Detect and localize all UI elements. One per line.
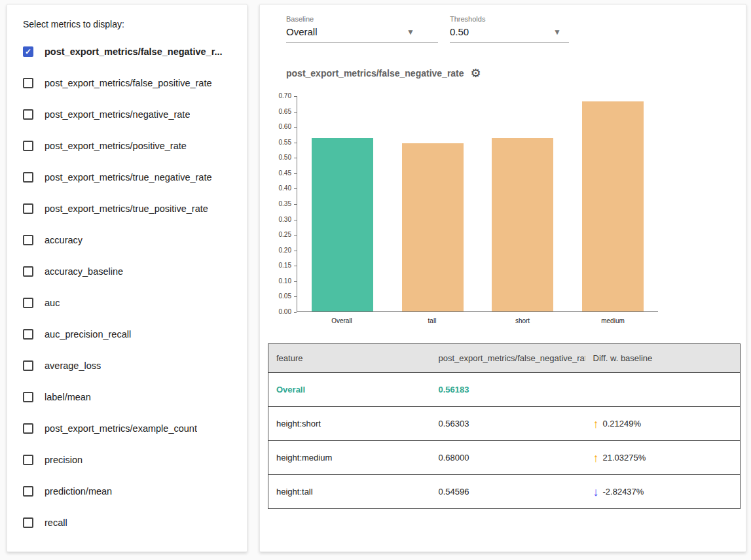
checkbox-unchecked-icon[interactable] (23, 392, 33, 402)
y-tick-label: 0.20 (268, 247, 291, 254)
metric-checkbox-item[interactable]: precision (23, 444, 238, 476)
down-arrow-icon: ↓ (593, 486, 599, 498)
chart-panel: Baseline Overall ▼ Thresholds 0.50 ▼ pos… (259, 4, 746, 552)
metrics-list: ✓post_export_metrics/false_negative_r...… (23, 36, 238, 538)
metric-checkbox-item[interactable]: post_export_metrics/true_negative_rate (23, 162, 238, 193)
metric-checkbox-item[interactable]: auc_precision_recall (23, 319, 238, 350)
y-tick-mark (294, 112, 297, 113)
value-cell: 0.56303 (431, 407, 585, 441)
baseline-select-value-row[interactable]: Overall ▼ (286, 26, 438, 43)
settings-gear-icon[interactable]: ⚙ (471, 67, 481, 79)
table-row: height:medium0.68000↑21.03275% (268, 441, 741, 475)
y-tick-mark (294, 281, 297, 282)
y-tick-mark (294, 173, 297, 174)
thresholds-select-value: 0.50 (450, 26, 469, 37)
checkbox-unchecked-icon[interactable] (23, 423, 33, 434)
checkbox-unchecked-icon[interactable] (23, 517, 33, 528)
metric-label: auc_precision_recall (45, 329, 131, 340)
metric-checkbox-item[interactable]: accuracy_baseline (23, 256, 238, 287)
y-tick-label: 0.55 (268, 139, 291, 146)
checkbox-unchecked-icon[interactable] (23, 266, 33, 277)
checkbox-unchecked-icon[interactable] (23, 203, 33, 214)
metric-selector-panel: Select metrics to display: ✓post_export_… (7, 4, 247, 552)
y-tick-mark (294, 158, 297, 158)
metric-label: accuracy (45, 235, 82, 245)
checkbox-unchecked-icon[interactable] (23, 109, 33, 120)
metric-checkbox-item[interactable]: label/mean (23, 381, 238, 413)
feature-cell: height:medium (268, 441, 431, 475)
thresholds-select-value-row[interactable]: 0.50 ▼ (450, 26, 569, 43)
metric-checkbox-item[interactable]: post_export_metrics/false_positive_rate (23, 67, 238, 99)
value-cell: 0.68000 (431, 441, 585, 475)
table-row: height:tall0.54596↓-2.82437% (268, 475, 741, 509)
y-tick-mark (294, 312, 297, 313)
y-tick-label: 0.60 (268, 123, 291, 130)
metrics-panel-title: Select metrics to display: (23, 19, 238, 29)
checkbox-unchecked-icon[interactable] (23, 486, 33, 497)
header-feature: feature (268, 344, 431, 373)
y-tick-label: 0.15 (268, 262, 291, 269)
chart-bar-medium[interactable] (582, 101, 644, 311)
diff-cell (585, 373, 741, 407)
metric-checkbox-item[interactable]: post_export_metrics/example_count (23, 413, 238, 444)
bar-slot (388, 143, 478, 311)
y-tick-mark (294, 96, 297, 97)
thresholds-select[interactable]: Thresholds 0.50 ▼ (450, 15, 569, 43)
y-tick-label: 0.50 (268, 154, 291, 161)
table-body: Overall0.56183height:short0.56303↑0.2124… (268, 373, 741, 509)
checkbox-unchecked-icon[interactable] (23, 455, 33, 465)
x-tick-label: tall (387, 317, 477, 324)
metric-checkbox-item[interactable]: post_export_metrics/negative_rate (23, 99, 238, 130)
y-tick-mark (294, 296, 297, 297)
y-tick-label: 0.70 (268, 92, 291, 99)
checkbox-checked-icon[interactable]: ✓ (23, 46, 33, 57)
metric-checkbox-item[interactable]: prediction/mean (23, 476, 238, 507)
chart-bar-Overall[interactable] (312, 138, 373, 311)
checkbox-unchecked-icon[interactable] (23, 298, 33, 308)
chart-title-row: post_export_metrics/false_negative_rate … (286, 67, 738, 79)
metric-checkbox-item[interactable]: auc (23, 287, 238, 319)
x-tick-label: Overall (297, 317, 387, 324)
thresholds-select-label: Thresholds (450, 15, 569, 23)
y-tick-mark (294, 266, 297, 266)
bar-slot (568, 101, 658, 311)
chart-bar-tall[interactable] (402, 143, 464, 311)
diff-cell: ↑0.21249% (585, 407, 741, 441)
checkbox-unchecked-icon[interactable] (23, 329, 33, 340)
metric-label: post_export_metrics/false_positive_rate (45, 78, 212, 88)
header-diff-baseline: Diff. w. baseline (585, 344, 741, 373)
checkbox-unchecked-icon[interactable] (23, 78, 33, 88)
metric-checkbox-item[interactable]: ✓post_export_metrics/false_negative_r... (23, 36, 238, 67)
metric-checkbox-item[interactable]: post_export_metrics/true_positive_rate (23, 193, 238, 224)
diff-cell: ↑21.03275% (585, 441, 741, 475)
header-metric-value: post_export_metrics/false_negative_rat..… (431, 344, 585, 373)
checkbox-unchecked-icon[interactable] (23, 141, 33, 151)
value-cell: 0.54596 (431, 475, 585, 509)
checkbox-unchecked-icon[interactable] (23, 360, 33, 371)
metric-checkbox-item[interactable]: average_loss (23, 350, 238, 381)
metric-label: post_export_metrics/example_count (45, 423, 197, 434)
chart-bar-short[interactable] (492, 138, 553, 311)
feature-cell: Overall (268, 373, 431, 407)
metric-checkbox-item[interactable]: post_export_metrics/positive_rate (23, 130, 238, 162)
bars (297, 96, 658, 311)
diff-value: -2.82437% (603, 487, 644, 497)
metric-label: auc (45, 298, 60, 308)
y-tick-label: 0.35 (268, 200, 291, 207)
metric-label: post_export_metrics/false_negative_r... (45, 46, 223, 57)
metric-label: post_export_metrics/negative_rate (45, 109, 190, 120)
metric-checkbox-item[interactable]: recall (23, 507, 238, 538)
checkbox-unchecked-icon[interactable] (23, 235, 33, 245)
y-tick-label: 0.45 (268, 169, 291, 177)
table-header-row: feature post_export_metrics/false_negati… (268, 344, 741, 373)
metric-checkbox-item[interactable]: accuracy (23, 224, 238, 256)
baseline-select[interactable]: Baseline Overall ▼ (286, 15, 438, 43)
checkbox-unchecked-icon[interactable] (23, 172, 33, 183)
y-tick-mark (294, 188, 297, 189)
feature-cell: height:tall (268, 475, 431, 509)
y-tick-mark (294, 235, 297, 236)
y-tick-label: 0.05 (268, 292, 291, 300)
metric-label: precision (45, 455, 82, 465)
feature-cell: height:short (268, 407, 431, 441)
metric-label: average_loss (45, 360, 101, 371)
